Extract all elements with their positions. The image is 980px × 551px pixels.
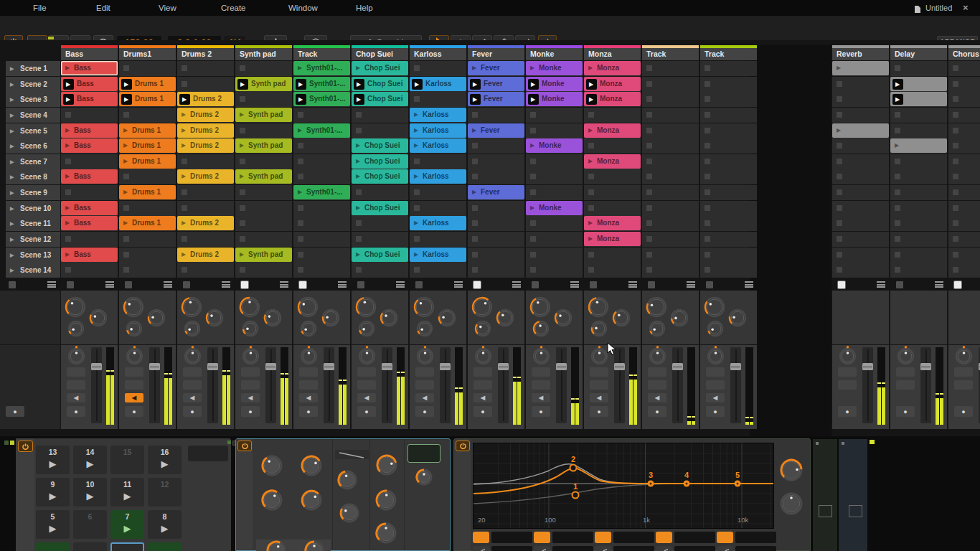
clip-monke[interactable]: ▶Monke: [526, 92, 583, 106]
send-b-knob[interactable]: [531, 319, 551, 339]
device-power-button[interactable]: [237, 441, 252, 451]
clip-slot-empty[interactable]: [526, 123, 583, 138]
track-header-drums1[interactable]: Drums1: [119, 48, 176, 60]
clip-slot-empty[interactable]: [700, 263, 757, 278]
pad-play-icon[interactable]: ▶: [36, 523, 70, 534]
clip-playing-icon[interactable]: ▶: [470, 79, 481, 90]
pan-knob[interactable]: [66, 346, 87, 367]
scene-play-icon[interactable]: ▶: [10, 92, 14, 107]
clip-play-icon[interactable]: ▶: [65, 204, 70, 211]
track-header-monza[interactable]: Monza: [584, 48, 641, 60]
clip-chop-suei[interactable]: ▶Chop Suei: [352, 201, 408, 215]
send-b-knob[interactable]: [66, 319, 86, 339]
clip-slot-empty[interactable]: [832, 216, 889, 231]
clip-play-icon[interactable]: ▶: [182, 220, 186, 226]
clip-play-icon[interactable]: ▶: [414, 111, 418, 118]
scene-row-7[interactable]: ▶Scene 7: [6, 154, 60, 169]
clip-slot-empty[interactable]: [468, 154, 524, 169]
clip-bass[interactable]: ▶Bass: [61, 92, 118, 106]
track-stop-button[interactable]: [357, 281, 364, 288]
pad-play-icon[interactable]: ▶: [73, 458, 107, 469]
clip-slot-empty[interactable]: [642, 154, 699, 169]
clip-fever[interactable]: ▶Fever: [468, 185, 524, 199]
clip-play-icon[interactable]: ▶: [123, 220, 128, 226]
eq-band-5-gain[interactable]: [735, 546, 776, 551]
clip-bass[interactable]: ▶Bass: [61, 138, 118, 153]
track-stop-button[interactable]: [125, 281, 132, 288]
clip-play-icon[interactable]: ▶: [240, 142, 244, 149]
send-a-knob[interactable]: [412, 295, 436, 319]
track-menu-icon[interactable]: [877, 281, 885, 288]
volume-fader[interactable]: [730, 347, 741, 423]
drum-pad-13[interactable]: 13▶: [36, 446, 70, 474]
clip-drums-2[interactable]: ▶Drums 2: [177, 108, 234, 122]
clip-slot-empty[interactable]: [468, 201, 524, 216]
clip-play-icon[interactable]: ▶: [240, 173, 244, 179]
clip-slot-empty[interactable]: [235, 154, 292, 169]
clip-slot-empty[interactable]: [584, 169, 641, 184]
track-stop-button[interactable]: [954, 281, 961, 288]
speaker-button[interactable]: ◀: [183, 393, 202, 402]
mute-button[interactable]: [706, 367, 725, 377]
clip-monza[interactable]: ▶Monza: [584, 92, 641, 106]
clip-bass[interactable]: ▶Bass: [61, 248, 118, 262]
clip-slot-empty[interactable]: [700, 232, 757, 247]
clip-slot-empty[interactable]: [235, 61, 292, 76]
clip-monza[interactable]: ▶Monza: [584, 232, 641, 246]
clip-slot-empty[interactable]: [642, 185, 699, 200]
clip-slot-empty[interactable]: [410, 201, 466, 216]
clip-slot-empty[interactable]: [235, 263, 292, 278]
track-menu-icon[interactable]: [687, 281, 695, 288]
clip-monza[interactable]: ▶Monza: [584, 154, 641, 169]
drum-fx-button[interactable]: [188, 446, 228, 461]
collapsed-device-a[interactable]: [812, 438, 838, 551]
clip-monke[interactable]: ▶Monke: [526, 138, 583, 153]
track-menu-icon[interactable]: [105, 281, 114, 288]
send-c-knob[interactable]: [611, 307, 632, 329]
clip-slot-empty[interactable]: [584, 185, 641, 200]
scene-row-13[interactable]: ▶Scene 13: [6, 248, 60, 263]
fader-handle[interactable]: [324, 363, 334, 370]
clip-drums-1[interactable]: ▶Drums 1: [119, 154, 176, 169]
clip-slot-empty[interactable]: [642, 92, 699, 107]
clip-slot-empty[interactable]: [832, 248, 889, 263]
clip-slot-empty[interactable]: [468, 248, 524, 263]
track-menu-icon[interactable]: [454, 281, 463, 288]
clip-slot-empty[interactable]: [700, 138, 757, 154]
clip-chop-suei[interactable]: ▶Chop Suei: [352, 169, 408, 184]
clip-synth-pad[interactable]: ▶Synth pad: [235, 138, 292, 153]
clip-slot-empty[interactable]: [410, 92, 466, 107]
mute-button[interactable]: [299, 367, 318, 377]
track-menu-icon[interactable]: [935, 281, 943, 288]
scene-play-icon[interactable]: ▶: [10, 248, 14, 263]
clip-play-icon[interactable]: ▶: [472, 127, 476, 133]
clip-bass[interactable]: ▶Bass: [61, 216, 118, 230]
clip-slot-empty[interactable]: [642, 138, 699, 154]
clip-slot-empty[interactable]: [642, 232, 699, 247]
volume-fader[interactable]: [265, 347, 276, 423]
scene-row-1[interactable]: ▶Scene 1: [6, 61, 60, 76]
solo-button[interactable]: [590, 380, 608, 390]
clip-play-icon[interactable]: ▶: [472, 189, 476, 195]
speaker-button[interactable]: ◀: [299, 393, 318, 402]
clip-slot-empty[interactable]: [948, 92, 980, 107]
volume-fader[interactable]: [498, 347, 509, 423]
clip-synth01----[interactable]: ▶Synth01-...: [293, 92, 350, 106]
eq-band-5-type-icon[interactable]: [717, 546, 733, 551]
track-header-karloss[interactable]: Karloss: [410, 48, 466, 60]
track-stop-button[interactable]: [299, 281, 306, 288]
menu-edit[interactable]: Edit: [93, 0, 113, 16]
send-c-knob[interactable]: [494, 307, 516, 329]
volume-fader[interactable]: [149, 347, 160, 423]
track-menu-icon[interactable]: [512, 281, 521, 288]
clip-monza[interactable]: ▶Monza: [584, 216, 641, 230]
clip-play-icon[interactable]: ▶: [588, 158, 593, 164]
track-menu-icon[interactable]: [570, 281, 579, 288]
clip-play-icon[interactable]: ▶: [472, 65, 476, 71]
tuning-knob[interactable]: [260, 453, 284, 478]
clip-slot-empty[interactable]: [352, 232, 408, 247]
record-arm-button[interactable]: ●: [706, 406, 725, 417]
track-menu-icon[interactable]: [338, 281, 347, 288]
eq-band-2-freq[interactable]: [552, 532, 593, 543]
clip-delay[interactable]: ▶: [890, 77, 947, 91]
